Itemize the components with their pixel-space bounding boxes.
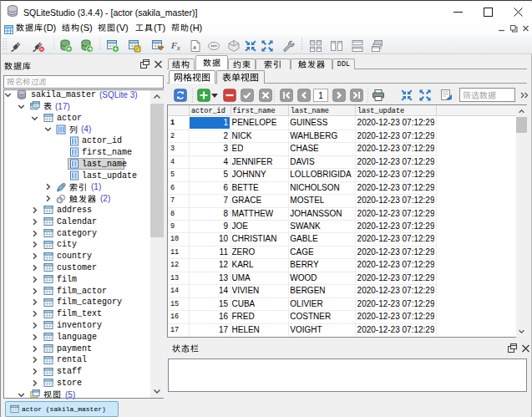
svg-text:x: x [176,44,180,52]
svg-text:F: F [170,40,177,50]
svg-text:a: a [193,43,196,51]
